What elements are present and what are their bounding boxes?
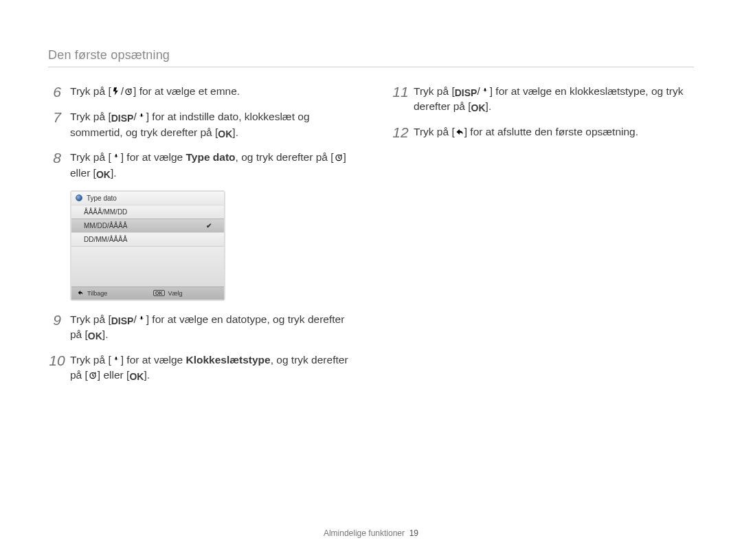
step-number: 7 bbox=[48, 109, 66, 125]
step-9: 9 Tryk på [DISP/] for at vælge en datoty… bbox=[48, 312, 350, 343]
macro-icon bbox=[480, 87, 490, 96]
page: Den første opsætning 6 Tryk på [/] for a… bbox=[0, 0, 742, 560]
check-icon: ✔ bbox=[206, 222, 212, 229]
back-icon bbox=[77, 289, 84, 298]
step-10: 10 Tryk på [] for at vælge Klokkeslætsty… bbox=[48, 352, 350, 383]
step-number: 10 bbox=[48, 352, 66, 368]
footer-select: OK Vælg bbox=[148, 287, 224, 300]
step-number: 9 bbox=[48, 312, 66, 328]
page-footer: Almindelige funktioner 19 bbox=[0, 528, 742, 538]
columns: 6 Tryk på [/] for at vælge et emne. 7 Tr… bbox=[48, 84, 694, 393]
disp-icon: DISP bbox=[455, 88, 477, 98]
flash-icon bbox=[111, 87, 121, 96]
macro-icon bbox=[111, 153, 121, 162]
screenshot-typedato: Type dato ÅÅÅÅ/MM/DD MM/DD/ÅÅÅÅ ✔ DD/MM/… bbox=[70, 190, 225, 301]
macro-icon bbox=[111, 355, 121, 365]
footer-back: Tilbage bbox=[71, 287, 148, 300]
screenshot-fill bbox=[71, 246, 224, 287]
ok-icon: OK bbox=[129, 372, 144, 381]
right-column: 11 Tryk på [DISP/] for at vælge en klokk… bbox=[392, 84, 694, 393]
ok-icon: OK bbox=[471, 103, 486, 113]
step-text: Tryk på [DISP/] for at vælge en klokkesl… bbox=[414, 84, 694, 115]
step-text: Tryk på [DISP/] for at indstille dato, k… bbox=[70, 109, 350, 140]
step-6: 6 Tryk på [/] for at vælge et emne. bbox=[48, 84, 350, 100]
macro-icon bbox=[137, 315, 146, 324]
step-11: 11 Tryk på [DISP/] for at vælge en klokk… bbox=[392, 84, 694, 115]
ok-small-icon: OK bbox=[153, 290, 165, 296]
bold-term: Klokkeslætstype bbox=[186, 354, 270, 366]
step-text: Tryk på [] for at afslutte den første op… bbox=[414, 124, 694, 139]
screenshot-header: Type dato bbox=[71, 192, 224, 205]
timer-icon bbox=[88, 370, 98, 380]
option-row-selected: MM/DD/ÅÅÅÅ ✔ bbox=[71, 219, 224, 232]
screenshot-title: Type dato bbox=[87, 194, 117, 202]
ok-icon: OK bbox=[88, 331, 102, 341]
step-text: Tryk på [] for at vælge Klokkeslætstype,… bbox=[70, 352, 350, 383]
ok-icon: OK bbox=[218, 129, 232, 139]
step-7: 7 Tryk på [DISP/] for at indstille dato,… bbox=[48, 109, 350, 140]
step-12: 12 Tryk på [] for at afslutte den første… bbox=[392, 124, 694, 140]
step-number: 6 bbox=[48, 84, 66, 100]
back-icon bbox=[455, 127, 464, 137]
macro-icon bbox=[137, 112, 146, 122]
step-number: 12 bbox=[392, 124, 409, 140]
step-text: Tryk på [] for at vælge Type dato, og tr… bbox=[70, 150, 350, 181]
timer-icon bbox=[334, 153, 344, 162]
step-text: Tryk på [/] for at vælge et emne. bbox=[70, 84, 350, 99]
step-number: 8 bbox=[48, 150, 66, 166]
screenshot-footer: Tilbage OK Vælg bbox=[71, 287, 224, 300]
footer-text: Almindelige funktioner bbox=[324, 528, 405, 538]
step-number: 11 bbox=[392, 84, 409, 100]
page-number: 19 bbox=[409, 528, 418, 538]
option-row: DD/MM/ÅÅÅÅ bbox=[71, 232, 224, 246]
bold-term: Type dato bbox=[186, 151, 235, 163]
divider bbox=[48, 67, 694, 67]
page-title: Den første opsætning bbox=[48, 48, 694, 63]
disp-icon: DISP bbox=[111, 316, 134, 326]
bullet-icon bbox=[76, 194, 82, 201]
option-row: ÅÅÅÅ/MM/DD bbox=[71, 205, 224, 219]
step-8: 8 Tryk på [] for at vælge Type dato, og … bbox=[48, 150, 350, 181]
disp-icon: DISP bbox=[111, 113, 134, 123]
ok-icon: OK bbox=[96, 170, 111, 179]
left-column: 6 Tryk på [/] for at vælge et emne. 7 Tr… bbox=[48, 84, 350, 393]
step-text: Tryk på [DISP/] for at vælge en datotype… bbox=[70, 312, 350, 343]
timer-icon bbox=[124, 87, 133, 96]
